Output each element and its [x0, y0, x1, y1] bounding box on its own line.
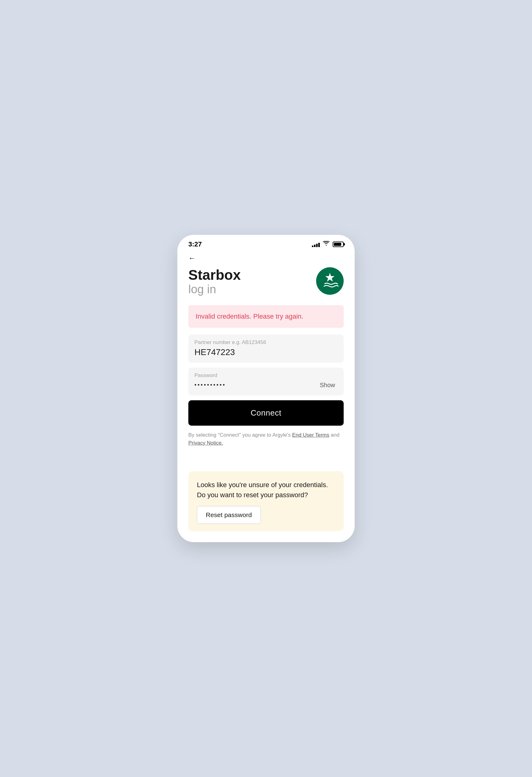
app-title: Starbox: [188, 267, 241, 283]
reset-card-text: Looks like you're unsure of your credent…: [197, 480, 335, 500]
password-label: Password: [195, 372, 337, 378]
terms-middle: and: [329, 432, 339, 438]
partner-number-field[interactable]: Partner number e.g. AB123456 HE747223: [188, 335, 344, 363]
terms-prefix: By selecting "Connect" you agree to Argy…: [188, 432, 292, 438]
spacer: [188, 447, 344, 471]
partner-number-label: Partner number e.g. AB123456: [195, 339, 337, 345]
signal-icon: [312, 242, 320, 247]
password-value: ••••••••••: [195, 382, 226, 388]
show-password-button[interactable]: Show: [317, 380, 337, 390]
header: Starbox log in: [188, 267, 344, 297]
end-user-terms-link[interactable]: End User Terms: [292, 432, 329, 438]
wifi-icon: [323, 241, 330, 247]
password-row: •••••••••• Show: [195, 380, 337, 390]
back-button[interactable]: ←: [188, 254, 344, 262]
content-area: ← Starbox log in Invalid credentials. Pl…: [177, 251, 355, 543]
connect-button[interactable]: Connect: [188, 400, 344, 426]
status-icons: [312, 241, 344, 247]
privacy-notice-link[interactable]: Privacy Notice.: [188, 440, 223, 446]
status-bar: 3:27: [177, 235, 355, 251]
phone-frame: 3:27 ←: [177, 235, 355, 543]
password-field[interactable]: Password •••••••••• Show: [188, 367, 344, 396]
error-message: Invalid credentials. Please try again.: [196, 313, 303, 320]
status-time: 3:27: [188, 240, 202, 248]
reset-password-button[interactable]: Reset password: [197, 506, 261, 524]
battery-icon: [333, 242, 344, 247]
svg-marker-0: [325, 273, 334, 282]
brand-logo: [316, 267, 344, 295]
partner-number-value: HE747223: [195, 347, 337, 357]
reset-card: Looks like you're unsure of your credent…: [188, 471, 344, 531]
app-subtitle: log in: [188, 283, 241, 297]
error-banner: Invalid credentials. Please try again.: [188, 305, 344, 328]
header-text: Starbox log in: [188, 267, 241, 297]
terms-text: By selecting "Connect" you agree to Argy…: [188, 431, 344, 447]
